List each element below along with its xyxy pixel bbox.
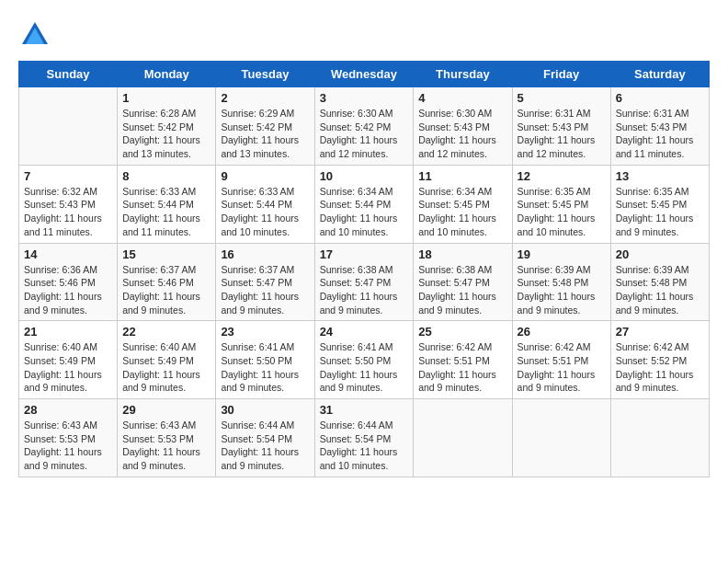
- week-row-3: 14Sunrise: 6:36 AM Sunset: 5:46 PM Dayli…: [19, 243, 710, 321]
- day-number: 13: [616, 169, 704, 183]
- day-number: 5: [518, 91, 606, 105]
- calendar-cell: 18Sunrise: 6:38 AM Sunset: 5:47 PM Dayli…: [414, 243, 512, 321]
- calendar-cell: 5Sunrise: 6:31 AM Sunset: 5:43 PM Daylig…: [512, 87, 610, 166]
- calendar-cell: 11Sunrise: 6:34 AM Sunset: 5:45 PM Dayli…: [414, 165, 512, 243]
- day-info: Sunrise: 6:40 AM Sunset: 5:49 PM Dayligh…: [24, 340, 112, 395]
- weekday-header-saturday: Saturday: [610, 62, 709, 87]
- day-number: 1: [122, 91, 210, 105]
- day-info: Sunrise: 6:42 AM Sunset: 5:52 PM Dayligh…: [616, 340, 704, 395]
- day-info: Sunrise: 6:44 AM Sunset: 5:54 PM Dayligh…: [221, 419, 309, 473]
- day-info: Sunrise: 6:43 AM Sunset: 5:53 PM Dayligh…: [24, 419, 112, 473]
- day-info: Sunrise: 6:35 AM Sunset: 5:45 PM Dayligh…: [518, 185, 606, 239]
- calendar-cell: 26Sunrise: 6:42 AM Sunset: 5:51 PM Dayli…: [512, 321, 610, 399]
- weekday-header-friday: Friday: [512, 62, 610, 87]
- day-info: Sunrise: 6:38 AM Sunset: 5:47 PM Dayligh…: [418, 263, 506, 317]
- day-info: Sunrise: 6:30 AM Sunset: 5:42 PM Dayligh…: [320, 107, 409, 161]
- calendar-cell: 22Sunrise: 6:40 AM Sunset: 5:49 PM Dayli…: [118, 321, 216, 399]
- calendar-cell: 2Sunrise: 6:29 AM Sunset: 5:42 PM Daylig…: [216, 87, 314, 166]
- day-info: Sunrise: 6:41 AM Sunset: 5:50 PM Dayligh…: [221, 340, 309, 395]
- calendar-cell: 1Sunrise: 6:28 AM Sunset: 5:42 PM Daylig…: [118, 87, 216, 166]
- calendar-cell: 13Sunrise: 6:35 AM Sunset: 5:45 PM Dayli…: [610, 165, 709, 243]
- page-header: [18, 18, 710, 52]
- day-number: 25: [418, 325, 506, 339]
- calendar-cell: [610, 399, 709, 477]
- day-info: Sunrise: 6:42 AM Sunset: 5:51 PM Dayligh…: [518, 340, 606, 395]
- calendar-cell: 9Sunrise: 6:33 AM Sunset: 5:44 PM Daylig…: [216, 165, 314, 243]
- day-number: 11: [418, 169, 506, 183]
- calendar-cell: 28Sunrise: 6:43 AM Sunset: 5:53 PM Dayli…: [19, 399, 118, 477]
- day-info: Sunrise: 6:31 AM Sunset: 5:43 PM Dayligh…: [518, 107, 606, 161]
- calendar-cell: 21Sunrise: 6:40 AM Sunset: 5:49 PM Dayli…: [19, 321, 118, 399]
- day-number: 23: [221, 325, 309, 339]
- weekday-header-thursday: Thursday: [414, 62, 512, 87]
- calendar-cell: 14Sunrise: 6:36 AM Sunset: 5:46 PM Dayli…: [19, 243, 118, 321]
- day-number: 21: [24, 325, 112, 339]
- calendar-cell: 17Sunrise: 6:38 AM Sunset: 5:47 PM Dayli…: [314, 243, 414, 321]
- weekday-header-row: SundayMondayTuesdayWednesdayThursdayFrid…: [19, 62, 710, 87]
- calendar-cell: 27Sunrise: 6:42 AM Sunset: 5:52 PM Dayli…: [610, 321, 709, 399]
- calendar-cell: 7Sunrise: 6:32 AM Sunset: 5:43 PM Daylig…: [19, 165, 118, 243]
- day-number: 17: [320, 247, 409, 261]
- day-number: 2: [221, 91, 309, 105]
- day-info: Sunrise: 6:39 AM Sunset: 5:48 PM Dayligh…: [518, 263, 606, 317]
- calendar-cell: 3Sunrise: 6:30 AM Sunset: 5:42 PM Daylig…: [314, 87, 414, 166]
- day-number: 14: [24, 247, 112, 261]
- week-row-5: 28Sunrise: 6:43 AM Sunset: 5:53 PM Dayli…: [19, 399, 710, 477]
- day-info: Sunrise: 6:33 AM Sunset: 5:44 PM Dayligh…: [221, 185, 309, 239]
- day-info: Sunrise: 6:29 AM Sunset: 5:42 PM Dayligh…: [221, 107, 309, 161]
- day-info: Sunrise: 6:43 AM Sunset: 5:53 PM Dayligh…: [122, 419, 210, 473]
- day-number: 27: [616, 325, 704, 339]
- day-number: 12: [518, 169, 606, 183]
- day-number: 4: [418, 91, 506, 105]
- calendar-cell: 8Sunrise: 6:33 AM Sunset: 5:44 PM Daylig…: [118, 165, 216, 243]
- day-number: 28: [24, 403, 112, 417]
- day-info: Sunrise: 6:35 AM Sunset: 5:45 PM Dayligh…: [616, 185, 704, 239]
- day-info: Sunrise: 6:44 AM Sunset: 5:54 PM Dayligh…: [320, 419, 409, 473]
- day-number: 16: [221, 247, 309, 261]
- day-number: 9: [221, 169, 309, 183]
- day-info: Sunrise: 6:37 AM Sunset: 5:46 PM Dayligh…: [122, 263, 210, 317]
- day-info: Sunrise: 6:36 AM Sunset: 5:46 PM Dayligh…: [24, 263, 112, 317]
- day-info: Sunrise: 6:42 AM Sunset: 5:51 PM Dayligh…: [418, 340, 506, 395]
- day-info: Sunrise: 6:39 AM Sunset: 5:48 PM Dayligh…: [616, 263, 704, 317]
- day-number: 24: [320, 325, 409, 339]
- day-info: Sunrise: 6:34 AM Sunset: 5:44 PM Dayligh…: [320, 185, 409, 239]
- day-info: Sunrise: 6:38 AM Sunset: 5:47 PM Dayligh…: [320, 263, 409, 317]
- calendar-cell: 31Sunrise: 6:44 AM Sunset: 5:54 PM Dayli…: [314, 399, 414, 477]
- day-number: 10: [320, 169, 409, 183]
- day-info: Sunrise: 6:30 AM Sunset: 5:43 PM Dayligh…: [418, 107, 506, 161]
- calendar-cell: 12Sunrise: 6:35 AM Sunset: 5:45 PM Dayli…: [512, 165, 610, 243]
- week-row-2: 7Sunrise: 6:32 AM Sunset: 5:43 PM Daylig…: [19, 165, 710, 243]
- logo: [18, 18, 57, 52]
- day-number: 31: [320, 403, 409, 417]
- day-number: 15: [122, 247, 210, 261]
- weekday-header-monday: Monday: [118, 62, 216, 87]
- day-number: 19: [518, 247, 606, 261]
- week-row-1: 1Sunrise: 6:28 AM Sunset: 5:42 PM Daylig…: [19, 87, 710, 166]
- day-number: 8: [122, 169, 210, 183]
- day-info: Sunrise: 6:31 AM Sunset: 5:43 PM Dayligh…: [616, 107, 704, 161]
- calendar-cell: 10Sunrise: 6:34 AM Sunset: 5:44 PM Dayli…: [314, 165, 414, 243]
- calendar-cell: 23Sunrise: 6:41 AM Sunset: 5:50 PM Dayli…: [216, 321, 314, 399]
- day-number: 6: [616, 91, 704, 105]
- week-row-4: 21Sunrise: 6:40 AM Sunset: 5:49 PM Dayli…: [19, 321, 710, 399]
- calendar-cell: 15Sunrise: 6:37 AM Sunset: 5:46 PM Dayli…: [118, 243, 216, 321]
- day-number: 22: [122, 325, 210, 339]
- day-number: 30: [221, 403, 309, 417]
- calendar-cell: 30Sunrise: 6:44 AM Sunset: 5:54 PM Dayli…: [216, 399, 314, 477]
- day-info: Sunrise: 6:40 AM Sunset: 5:49 PM Dayligh…: [122, 340, 210, 395]
- weekday-header-sunday: Sunday: [19, 62, 118, 87]
- calendar-cell: [512, 399, 610, 477]
- calendar-cell: 19Sunrise: 6:39 AM Sunset: 5:48 PM Dayli…: [512, 243, 610, 321]
- calendar-cell: 25Sunrise: 6:42 AM Sunset: 5:51 PM Dayli…: [414, 321, 512, 399]
- day-number: 18: [418, 247, 506, 261]
- calendar-cell: 6Sunrise: 6:31 AM Sunset: 5:43 PM Daylig…: [610, 87, 709, 166]
- day-info: Sunrise: 6:34 AM Sunset: 5:45 PM Dayligh…: [418, 185, 506, 239]
- calendar-cell: 16Sunrise: 6:37 AM Sunset: 5:47 PM Dayli…: [216, 243, 314, 321]
- day-info: Sunrise: 6:28 AM Sunset: 5:42 PM Dayligh…: [122, 107, 210, 161]
- weekday-header-wednesday: Wednesday: [314, 62, 414, 87]
- day-info: Sunrise: 6:41 AM Sunset: 5:50 PM Dayligh…: [320, 340, 409, 395]
- calendar-cell: 20Sunrise: 6:39 AM Sunset: 5:48 PM Dayli…: [610, 243, 709, 321]
- calendar-table: SundayMondayTuesdayWednesdayThursdayFrid…: [18, 61, 710, 477]
- calendar-cell: 4Sunrise: 6:30 AM Sunset: 5:43 PM Daylig…: [414, 87, 512, 166]
